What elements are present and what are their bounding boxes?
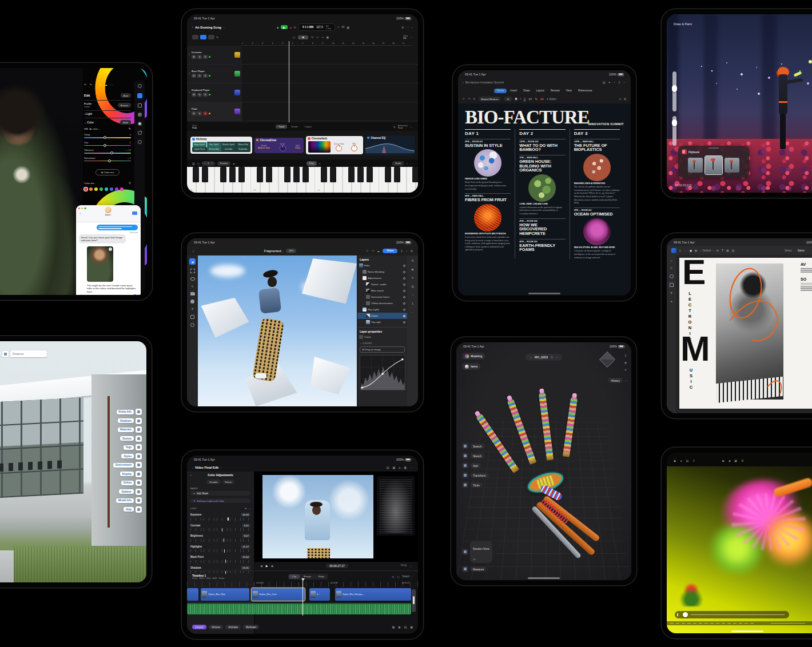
section-view-icon[interactable] xyxy=(462,549,468,555)
sync-icon[interactable]: ↻ xyxy=(551,356,553,359)
solo-button[interactable]: S xyxy=(197,93,202,97)
import-icon[interactable]: ▤ xyxy=(387,466,389,469)
copy-tool-icon[interactable]: ◻ xyxy=(293,35,295,39)
comments-icon[interactable]: ▤ xyxy=(411,285,414,288)
play-icon[interactable]: ▶ xyxy=(722,459,725,462)
knob[interactable] xyxy=(280,145,286,151)
messages-window[interactable]: ‹ Joyce › Delivered Great! Can you share… xyxy=(76,205,141,295)
tab-references[interactable]: References xyxy=(575,89,595,93)
minimize-window-dot[interactable] xyxy=(81,207,83,209)
layer-visibility-icon[interactable] xyxy=(403,309,405,311)
export-icon[interactable]: ↥ xyxy=(411,302,413,305)
text-tool-icon[interactable]: T xyxy=(670,291,672,295)
poster-canvas[interactable]: E LECTRONIC M USIC AV SO xyxy=(679,258,812,409)
notifications-button[interactable] xyxy=(2,351,9,357)
track-row[interactable]: 3 Keyboard Player M S R Keyboard Player … xyxy=(187,83,418,102)
layer-visibility-icon[interactable] xyxy=(403,290,405,292)
cable-model[interactable] xyxy=(485,382,611,554)
file-pill[interactable]: ⌂ RH_0003 ↻ – xyxy=(526,354,562,361)
document-name[interactable]: Fragmented ⌄ xyxy=(264,249,284,253)
automation-pencil-icon[interactable]: ✎ xyxy=(393,125,396,129)
sketch-icon[interactable] xyxy=(462,453,468,459)
brightness-slider[interactable]: Brightness9.07 xyxy=(190,534,250,542)
chromaglow-model[interactable]: ModelModern Tube xyxy=(258,145,270,149)
multicam-button[interactable]: Multicam xyxy=(243,625,259,629)
contact-avatar[interactable] xyxy=(105,207,112,213)
mute-button[interactable]: M xyxy=(192,55,196,59)
undo-icon[interactable]: ↶ xyxy=(463,97,465,101)
join-tool-icon[interactable]: + xyxy=(322,35,324,39)
color-dot-green[interactable] xyxy=(99,187,103,191)
knob[interactable] xyxy=(351,145,357,151)
panel-materials[interactable]: Materials xyxy=(118,428,134,432)
layer-visibility-icon[interactable] xyxy=(403,277,405,279)
transform-icon[interactable]: ⊕ xyxy=(717,249,719,252)
layer-visibility-icon[interactable] xyxy=(403,283,405,286)
modeling-button[interactable]: Modeling xyxy=(462,353,485,360)
font-color-button[interactable]: aA xyxy=(540,97,544,101)
app-icon[interactable] xyxy=(671,248,676,253)
transition-right-icon[interactable]: ▣ xyxy=(410,625,413,629)
display-icon[interactable] xyxy=(136,471,142,477)
panel-styles[interactable]: Styles xyxy=(121,454,134,458)
zoom-window-dot[interactable] xyxy=(84,207,86,209)
color-dot-teal[interactable] xyxy=(105,187,108,191)
color-dot-red[interactable] xyxy=(84,187,87,191)
highlights-slider[interactable]: Highlights11.27 xyxy=(190,545,250,553)
color-mix-button[interactable]: ◉ Color mix xyxy=(95,169,119,175)
document-title[interactable]: Bio-facture Innovation Summit xyxy=(465,81,504,84)
info-tool-icon[interactable] xyxy=(138,140,142,144)
mode-edge[interactable]: Edge xyxy=(315,574,328,579)
viewer[interactable] xyxy=(254,472,418,562)
settings-icon[interactable]: ⚙ xyxy=(411,249,413,253)
items-button[interactable]: Items xyxy=(462,363,480,370)
layer-visibility-icon[interactable] xyxy=(403,315,405,317)
settings-icon[interactable]: ⚙ xyxy=(129,181,131,185)
export-icon[interactable]: ↥ xyxy=(400,249,403,253)
tab-insert[interactable]: Insert xyxy=(507,89,520,93)
render-canvas[interactable] xyxy=(667,466,812,633)
back-icon[interactable]: ‹ xyxy=(192,466,193,469)
search-icon[interactable]: ○ xyxy=(614,81,615,84)
layer-row[interactable]: Adjustments xyxy=(357,275,407,281)
tool-search[interactable]: Search xyxy=(470,444,485,449)
fill-tool-icon[interactable]: ● xyxy=(670,299,672,303)
lock-icon[interactable]: ● xyxy=(680,459,682,462)
same-button[interactable]: Same xyxy=(795,248,807,253)
type-icon[interactable]: T xyxy=(722,249,723,252)
file-name[interactable]: RH_0003 xyxy=(535,356,548,359)
transition-left-icon[interactable]: ▤ xyxy=(404,625,407,629)
send-button[interactable]: ↑ xyxy=(132,294,138,295)
light-section[interactable]: › Light xyxy=(84,113,92,115)
camera-icon[interactable]: ▣ xyxy=(393,466,396,469)
flipbook-frame-current[interactable] xyxy=(705,156,722,174)
home-icon[interactable]: ⌂ xyxy=(192,249,194,253)
masking-tool-icon[interactable] xyxy=(138,122,142,126)
highlight-button[interactable]: ✎ xyxy=(535,97,537,101)
track-row[interactable]: 2 Bass Player M S R Bass Player - Indie … xyxy=(187,65,418,83)
flipbook-frame[interactable] xyxy=(725,158,739,173)
outliner-icon[interactable] xyxy=(136,489,142,495)
layer-row[interactable]: Noise blending xyxy=(357,269,407,275)
font-size-select[interactable]: 11 xyxy=(504,97,512,101)
type-tool-icon[interactable]: T xyxy=(192,307,193,311)
redo-icon[interactable]: ↷ xyxy=(372,249,374,253)
record-enable-button[interactable]: R xyxy=(203,74,208,78)
history-clock-icon[interactable]: ◔ xyxy=(625,379,627,382)
ideas-icon[interactable]: ✦ xyxy=(608,81,611,84)
remove-attachment-icon[interactable]: × xyxy=(109,247,112,251)
drag-on-image-button[interactable]: ⊕ Drag on image xyxy=(360,346,405,353)
tint-slider[interactable]: Tint0 xyxy=(84,141,131,146)
search-icon[interactable] xyxy=(462,443,468,449)
timeline-clip[interactable] xyxy=(187,588,198,601)
distance-input[interactable] xyxy=(10,350,47,357)
mic-icon[interactable]: ● xyxy=(399,466,400,469)
edit-tool-icon[interactable] xyxy=(137,93,142,98)
more-icon[interactable]: ⋯ xyxy=(410,466,413,469)
color-mix-dots[interactable] xyxy=(84,187,131,191)
panel-soften[interactable]: Soften xyxy=(121,481,134,485)
cycle-button[interactable]: ↻ xyxy=(294,26,296,29)
alchemy-preset[interactable]: Epic Synth xyxy=(207,142,221,147)
select-label[interactable]: Select xyxy=(785,249,792,252)
flipbook-frame[interactable] xyxy=(688,158,703,173)
